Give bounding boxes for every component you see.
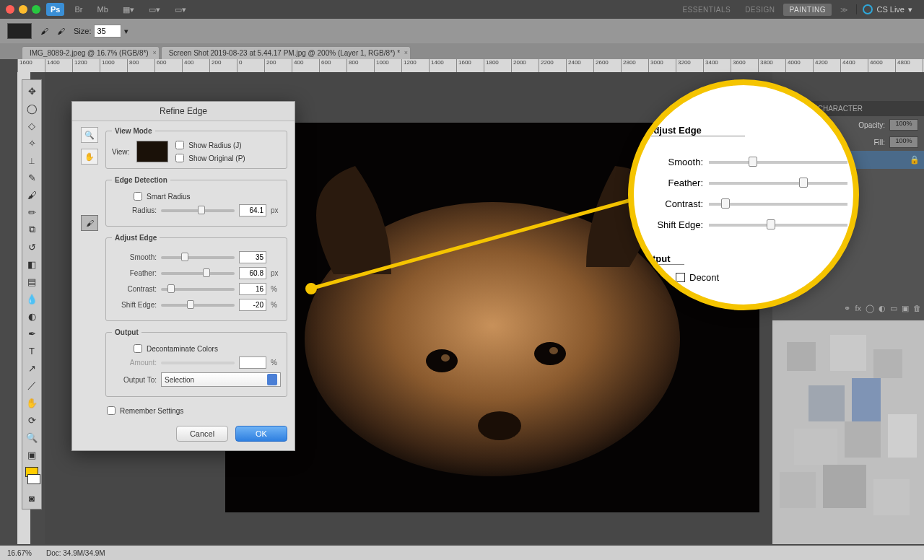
lasso-poly-icon[interactable]: ◇ [24, 118, 40, 134]
lasso-tool-icon[interactable]: ◯ [24, 100, 40, 116]
menu-item[interactable]: Br [70, 3, 87, 16]
dropdown-icon [267, 374, 277, 385]
c-smooth-slider [709, 161, 847, 164]
mask-tool-icon[interactable]: ▣ [24, 447, 40, 463]
contrast-label: Contrast: [112, 285, 157, 293]
brush-tool-icon[interactable]: 🖌 [24, 187, 40, 203]
eyedropper-icon[interactable]: ✎ [24, 170, 40, 185]
path-tool-icon[interactable]: ↗ [24, 360, 40, 376]
menu-item[interactable]: ▭▾ [170, 3, 191, 17]
workspace-design[interactable]: DESIGN [739, 4, 780, 16]
tool-preset[interactable] [7, 23, 32, 39]
stamp-tool-icon[interactable]: ⧉ [24, 222, 40, 237]
smooth-input[interactable] [239, 251, 266, 263]
svg-rect-9 [830, 335, 866, 371]
fx-icon[interactable]: fx [855, 304, 861, 313]
legend: Adjust Edge [112, 234, 160, 242]
menu-item[interactable]: ▭▾ [144, 3, 165, 17]
smart-radius-checkbox[interactable] [134, 192, 142, 201]
workspace-essentials[interactable]: ESSENTIALS [676, 4, 736, 16]
minimize-window[interactable] [19, 5, 27, 14]
menu-item[interactable]: Mb [92, 3, 112, 16]
legend: Edge Detection [112, 176, 170, 184]
gradient-tool-icon[interactable]: ▤ [24, 274, 40, 289]
ok-button[interactable]: OK [235, 426, 287, 442]
close-window[interactable] [6, 5, 14, 14]
link-icon[interactable]: ⚭ [844, 304, 850, 313]
window-controls [6, 5, 40, 14]
fill-value[interactable]: 100% [889, 136, 918, 148]
zoom-tool-icon[interactable]: 🔍 [24, 429, 40, 445]
dodge-tool-icon[interactable]: ◐ [24, 308, 40, 324]
brush-icon[interactable]: 🖌 [40, 27, 48, 35]
cs-live-label: CS Live [876, 5, 905, 14]
show-radius-checkbox[interactable] [175, 141, 184, 149]
cancel-button[interactable]: Cancel [176, 426, 228, 442]
legend: Output [112, 328, 141, 336]
workspace-painting[interactable]: PAINTING [783, 4, 831, 16]
svg-point-6 [478, 411, 521, 440]
size-input[interactable] [94, 25, 121, 38]
zoom-tool-icon[interactable]: 🔍 [81, 127, 98, 143]
c-decon-label: Decont [689, 272, 719, 283]
crop-tool-icon[interactable]: ⟂ [24, 152, 40, 168]
feather-slider[interactable] [161, 272, 235, 275]
trash-icon[interactable]: 🗑 [913, 304, 921, 313]
blur-tool-icon[interactable]: 💧 [24, 291, 40, 307]
svg-rect-16 [780, 472, 816, 508]
pen-tool-icon[interactable]: ✒ [24, 325, 40, 341]
folder-icon[interactable]: ▭ [890, 304, 897, 313]
history-brush-icon[interactable]: ↺ [24, 239, 40, 255]
adjust-icon[interactable]: ◐ [879, 304, 886, 313]
decontaminate-checkbox[interactable] [134, 344, 142, 353]
c-contrast-slider [709, 203, 847, 206]
contrast-input[interactable] [239, 283, 266, 295]
zoom-level[interactable]: 16.67% [7, 549, 32, 557]
more-workspaces-icon[interactable]: ≫ [834, 4, 854, 16]
background-swatch[interactable] [27, 474, 40, 484]
view-thumbnail[interactable] [136, 141, 168, 162]
wand-tool-icon[interactable]: ✧ [24, 135, 40, 151]
decon-label: Decontaminate Colors [147, 345, 218, 353]
shift-input[interactable] [239, 299, 266, 311]
contrast-slider[interactable] [161, 288, 235, 291]
tab-label: Screen Shot 2019-08-23 at 5.44.17 PM.jpg… [169, 49, 400, 57]
smooth-slider[interactable] [161, 256, 235, 259]
svg-rect-8 [787, 342, 816, 371]
radius-slider[interactable] [161, 209, 235, 212]
close-icon[interactable]: × [404, 49, 408, 56]
mask-icon[interactable]: ◯ [866, 304, 874, 313]
hand-tool-icon[interactable]: ✋ [81, 149, 98, 165]
opacity-value[interactable]: 100% [889, 119, 918, 131]
move-tool-icon[interactable]: ✥ [24, 83, 40, 99]
rotate-tool-icon[interactable]: ⟳ [24, 412, 40, 428]
radius-input[interactable] [239, 204, 266, 216]
view-mode-group: View Mode View: Show Radius (J) Show Ori… [105, 127, 287, 169]
refine-brush-icon[interactable]: 🖌 [81, 215, 98, 231]
pencil-tool-icon[interactable]: ✏ [24, 204, 40, 220]
menu-item[interactable]: ▦▾ [118, 3, 139, 17]
unit: % [271, 301, 281, 309]
zoom-window[interactable] [32, 5, 40, 14]
radius-label: Radius: [112, 206, 157, 214]
document-tab[interactable]: IMG_8089-2.jpeg @ 16.7% (RGB/8*)× [22, 46, 160, 59]
document-tab[interactable]: Screen Shot 2019-08-23 at 5.44.17 PM.jpg… [161, 46, 411, 59]
quickmask-icon[interactable]: ◙ [24, 490, 40, 506]
brush-icon[interactable]: 🖌 [57, 27, 65, 35]
feather-input[interactable] [239, 267, 266, 279]
remember-checkbox[interactable] [107, 406, 116, 415]
type-tool-icon[interactable]: T [24, 343, 40, 359]
size-dropdown-icon[interactable]: ▾ [124, 27, 128, 36]
cs-live[interactable]: CS Live▾ [856, 4, 918, 14]
callout-anchor [305, 283, 317, 294]
new-icon[interactable]: ▣ [902, 304, 909, 313]
show-original-checkbox[interactable] [175, 154, 184, 162]
output-to-select[interactable]: Selection [161, 372, 281, 387]
shift-slider[interactable] [161, 304, 235, 307]
fill-label: Fill: [873, 139, 885, 146]
svg-rect-18 [873, 479, 910, 515]
close-icon[interactable]: × [152, 49, 156, 56]
line-tool-icon[interactable]: ／ [24, 377, 40, 393]
hand-tool-icon[interactable]: ✋ [24, 395, 40, 411]
eraser-tool-icon[interactable]: ◧ [24, 256, 40, 272]
